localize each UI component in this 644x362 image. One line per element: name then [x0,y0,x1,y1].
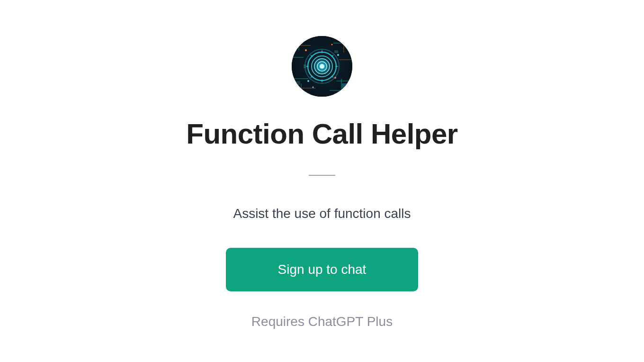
svg-point-31 [320,64,324,69]
svg-point-21 [307,80,309,82]
svg-rect-14 [343,40,349,45]
avatar-image [292,36,352,97]
svg-rect-17 [334,50,338,53]
svg-rect-15 [295,81,300,85]
svg-point-24 [331,44,333,45]
page-title: Function Call Helper [186,118,457,150]
svg-point-20 [337,54,339,56]
requirement-text: Requires ChatGPT Plus [251,314,393,329]
svg-rect-16 [342,83,349,88]
signup-button[interactable]: Sign up to chat [226,248,419,291]
svg-point-23 [313,87,314,88]
svg-rect-13 [294,38,300,42]
app-avatar [292,36,352,97]
svg-point-19 [305,49,307,51]
page-description: Assist the use of function calls [233,206,411,221]
title-divider [309,175,335,176]
